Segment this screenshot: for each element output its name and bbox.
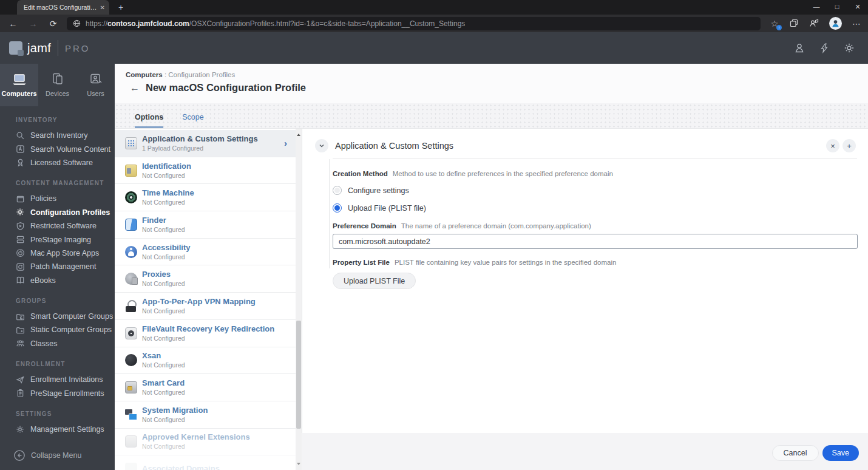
payload-item-system-migration[interactable]: System MigrationNot Configured — [115, 401, 296, 429]
main-content: Computers : Configuration Profiles ← New… — [115, 64, 868, 470]
sidebar-item-prestage-imaging[interactable]: PreStage Imaging — [0, 233, 115, 246]
payload-item-app-to-per-app-vpn-mapping[interactable]: App-To-Per-App VPN MappingNot Configured — [115, 293, 296, 320]
save-button[interactable]: Save — [822, 445, 860, 461]
payload-item-finder[interactable]: FinderNot Configured — [115, 211, 296, 239]
jamf-logo[interactable]: jamf PRO — [9, 40, 90, 56]
payload-item-identification[interactable]: IdentificationNot Configured — [115, 157, 296, 185]
payload-item-application-custom-settings[interactable]: Application & Custom Settings1 Payload C… — [115, 130, 296, 157]
sidebar-item-classes[interactable]: Classes — [0, 337, 115, 350]
forward-icon[interactable]: → — [28, 19, 38, 29]
radio-configure-settings[interactable]: Configure settings — [333, 186, 857, 195]
browser-tab[interactable]: Edit macOS Configuration Profile ✕ — [17, 0, 109, 15]
payload-item-smart-card[interactable]: Smart CardNot Configured — [115, 374, 296, 401]
jamf-logo-badge: PRO — [65, 43, 90, 53]
filevault-icon — [125, 327, 137, 339]
breadcrumb-root[interactable]: Computers — [126, 71, 163, 78]
page-header: Computers : Configuration Profiles ← New… — [115, 64, 868, 103]
lightning-icon[interactable] — [819, 43, 829, 53]
jamf-logo-text: jamf — [27, 41, 51, 55]
payload-item-approved-kernel-extensions[interactable]: Approved Kernel ExtensionsNot Configured — [115, 429, 296, 456]
sidebar-item-licensed-software[interactable]: Licensed Software — [0, 156, 115, 169]
remove-payload-icon[interactable]: × — [826, 139, 839, 152]
section-inventory: INVENTORY — [16, 117, 115, 123]
radio-off-icon[interactable] — [333, 186, 342, 195]
application-custom-settings-icon — [125, 137, 137, 149]
minimize-icon[interactable]: — — [806, 0, 827, 15]
scroll-up-icon[interactable] — [297, 132, 300, 136]
profile-avatar[interactable] — [829, 17, 842, 30]
settings-gear-icon — [16, 425, 25, 434]
jamf-logo-icon — [9, 41, 22, 55]
sidebar-item-policies[interactable]: Policies — [0, 192, 115, 205]
sidebar-item-static-computer-groups[interactable]: Static Computer Groups — [0, 323, 115, 336]
maximize-icon[interactable]: □ — [827, 0, 847, 15]
back-arrow-icon[interactable]: ← — [130, 83, 140, 94]
collapse-chevron-icon[interactable] — [315, 139, 328, 152]
sidebar-item-ebooks[interactable]: eBooks — [0, 274, 115, 287]
patch-refresh-icon — [16, 262, 25, 271]
nav-users[interactable]: Users — [76, 64, 115, 106]
tab-options[interactable]: Options — [135, 113, 163, 128]
cancel-button[interactable]: Cancel — [772, 445, 819, 461]
add-payload-icon[interactable]: + — [843, 139, 856, 152]
clipboard-icon — [16, 389, 25, 398]
refresh-icon[interactable]: ⟳ — [48, 19, 58, 29]
sidebar-item-restricted-software[interactable]: Restricted Software — [0, 219, 115, 233]
jamf-header: jamf PRO — [0, 32, 868, 64]
collapse-menu-button[interactable]: Collapse Menu — [13, 449, 81, 461]
configuration-profiles-icon — [16, 208, 25, 217]
sidebar-item-mac-app-store-apps[interactable]: Mac App Store Apps — [0, 247, 115, 260]
payload-list-scrollbar[interactable] — [296, 129, 302, 470]
user-icon[interactable] — [794, 43, 805, 53]
sidebar-item-smart-computer-groups[interactable]: Smart Computer Groups — [0, 310, 115, 323]
payload-item-associated-domains[interactable]: Associated Domains — [115, 455, 296, 470]
payload-item-filevault-recovery-key-redirection[interactable]: FileVault Recovery Key RedirectionNot Co… — [115, 320, 296, 347]
nav-computers[interactable]: Computers — [0, 64, 38, 106]
sidebar-item-search-volume-content[interactable]: Search Volume Content — [0, 142, 115, 155]
scroll-down-icon[interactable] — [297, 463, 300, 467]
payload-item-accessibility[interactable]: AccessibilityNot Configured — [115, 239, 296, 266]
feedback-icon[interactable] — [809, 18, 820, 29]
license-ribbon-icon — [16, 158, 25, 167]
sidebar-item-management-settings[interactable]: Management Settings — [0, 423, 115, 436]
form-actions: Cancel Save — [772, 445, 859, 461]
sidebar-item-patch-management[interactable]: Patch Management — [0, 260, 115, 273]
nav-devices[interactable]: Devices — [38, 64, 76, 106]
scrollbar-thumb[interactable] — [296, 321, 301, 429]
classes-people-icon — [16, 339, 25, 348]
new-tab-icon[interactable]: + — [115, 2, 126, 13]
radio-upload-file[interactable]: Upload File (PLIST file) — [333, 203, 857, 213]
favorites-star-icon[interactable]: ☆i — [769, 18, 780, 29]
preference-domain-input[interactable] — [333, 234, 858, 249]
page-title: New macOS Configuration Profile — [146, 82, 306, 94]
paper-plane-icon — [16, 375, 25, 384]
collections-icon[interactable] — [789, 18, 800, 29]
computers-icon — [12, 73, 27, 86]
panel-title: Application & Custom Settings — [335, 141, 453, 151]
sidebar-item-enrollment-invitations[interactable]: Enrollment Invitations — [0, 373, 115, 386]
static-group-folder-icon — [16, 325, 25, 335]
more-menu-icon[interactable]: ⋯ — [851, 18, 862, 29]
payload-item-xsan[interactable]: XsanNot Configured — [115, 347, 296, 375]
collapse-arrow-icon — [13, 449, 25, 461]
sidebar: Computers Devices Users INVENTORY Search… — [0, 64, 115, 470]
payload-list: Application & Custom Settings1 Payload C… — [115, 129, 296, 470]
vpn-lock-icon — [125, 300, 137, 312]
tab-scope[interactable]: Scope — [182, 113, 203, 128]
address-bar[interactable]: https://contoso.jamfcloud.com/OSXConfigu… — [67, 17, 761, 30]
close-icon[interactable]: ✕ — [847, 0, 868, 15]
proxies-globe-icon — [125, 273, 137, 285]
sidebar-item-search-inventory[interactable]: Search Inventory — [0, 129, 115, 142]
sidebar-item-configuration-profiles[interactable]: Configuration Profiles — [0, 206, 115, 219]
payload-item-time-machine[interactable]: Time MachineNot Configured — [115, 184, 296, 211]
section-content-management: CONTENT MANAGEMENT — [16, 180, 115, 186]
upload-plist-button[interactable]: Upload PLIST File — [333, 273, 416, 289]
gear-icon[interactable] — [844, 43, 855, 53]
tab-close-icon[interactable]: ✕ — [100, 4, 105, 11]
radio-on-icon[interactable] — [333, 203, 342, 213]
payload-item-proxies[interactable]: ProxiesNot Configured — [115, 265, 296, 293]
creation-method-label: Creation MethodMethod to use to define p… — [333, 170, 857, 177]
sidebar-item-prestage-enrollments[interactable]: PreStage Enrollments — [0, 386, 115, 400]
devices-icon — [50, 73, 65, 86]
back-icon[interactable]: ← — [8, 19, 18, 29]
